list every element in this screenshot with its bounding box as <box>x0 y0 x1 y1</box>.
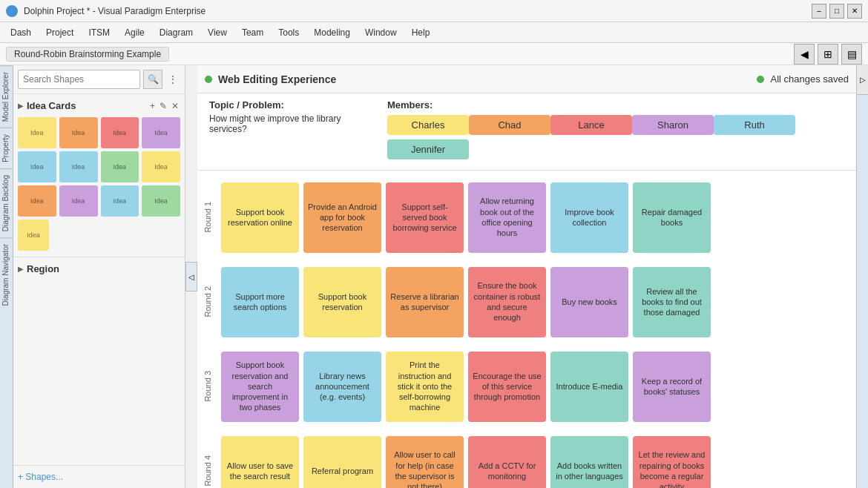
idea-card-r3-c4[interactable]: Encourage the use of this service throug… <box>468 352 546 422</box>
topic-label: Topic / Problem: <box>209 99 372 111</box>
menu-item-window[interactable]: Window <box>358 24 404 41</box>
idea-card-r1-c4[interactable]: Allow returning book out of the office o… <box>468 182 546 253</box>
card-thumb-3[interactable]: Idea <box>101 117 139 148</box>
breadcrumb-bar: Round-Robin Brainstorming Example ◀ ⊞ ▤ <box>0 43 868 65</box>
editing-status-dot <box>205 76 212 83</box>
search-button[interactable]: 🔍 <box>143 70 162 89</box>
right-tab-collapse[interactable]: ▷ <box>857 65 868 95</box>
side-tabs: Model Explorer Property Diagram Backlog … <box>0 65 13 488</box>
more-options-button[interactable]: ⋮ <box>165 70 180 89</box>
sidebar-item-diagram-backlog[interactable]: Diagram Backlog <box>0 168 13 237</box>
idea-card-r4-c1[interactable]: Allow user to save the search result <box>221 436 299 489</box>
idea-card-r1-c6[interactable]: Repair damaged books <box>633 182 711 253</box>
member-tag-sharon[interactable]: Sharon <box>632 115 714 135</box>
add-shapes-button[interactable]: + Shapes... <box>13 465 185 488</box>
panel-collapse-handle[interactable]: ◁ <box>185 262 197 291</box>
rounds-table: Round 1Support book reservation onlinePr… <box>203 177 850 488</box>
region-collapse[interactable]: ▶ <box>18 265 24 273</box>
toolbar-row: Web Editing Experience All changes saved <box>197 65 856 93</box>
member-tag-chad[interactable]: Chad <box>469 115 550 135</box>
minimize-button[interactable]: – <box>812 4 826 19</box>
grid-icon[interactable]: ⊞ <box>818 44 838 65</box>
round-row-2: Round 2Support more search optionsSuppor… <box>203 261 850 343</box>
idea-card-r1-c2[interactable]: Provide an Android app for book reservat… <box>303 182 381 253</box>
card-thumb-7[interactable]: Idea <box>101 151 139 182</box>
back-icon[interactable]: ◀ <box>794 44 815 65</box>
idea-card-r2-c6[interactable]: Review all the books to find out those d… <box>633 267 711 337</box>
menu-item-modeling[interactable]: Modeling <box>306 24 358 41</box>
idea-card-r1-c1[interactable]: Support book reservation online <box>221 182 299 253</box>
members-list: CharlesChadLanceSharonRuthJennifer <box>387 115 844 164</box>
idea-card-r4-c2[interactable]: Referral program <box>303 436 381 489</box>
panel-icon[interactable]: ▤ <box>841 44 862 65</box>
cards-row-2: Support more search optionsSupport book … <box>221 267 850 337</box>
app-logo <box>6 5 18 17</box>
idea-cards-actions: + ✎ ✕ <box>148 101 180 111</box>
shapes-panel: 🔍 ⋮ ▶ Idea Cards + ✎ ✕ Idea Idea Idea Id… <box>13 65 185 488</box>
card-thumb-5[interactable]: Idea <box>18 151 56 182</box>
card-thumb-9[interactable]: Idea <box>18 185 56 217</box>
region-header: ▶ Region <box>18 260 180 277</box>
member-tag-ruth[interactable]: Ruth <box>714 115 795 135</box>
card-thumb-6[interactable]: Idea <box>59 151 98 182</box>
idea-card-r4-c4[interactable]: Add a CCTV for monitoring <box>468 436 546 489</box>
menu-item-agile[interactable]: Agile <box>117 24 152 41</box>
idea-card-r4-c3[interactable]: Allow user to call for help (in case the… <box>386 436 464 489</box>
idea-card-r2-c4[interactable]: Ensure the book container is robust and … <box>468 267 546 337</box>
region-section: ▶ Region <box>13 257 185 280</box>
idea-card-r3-c2[interactable]: Library news announcement (e.g. events) <box>303 352 381 422</box>
card-thumb-2[interactable]: Idea <box>59 117 98 148</box>
sidebar-item-diagram-navigator[interactable]: Diagram Navigator <box>0 237 13 311</box>
sidebar-item-model-explorer[interactable]: Model Explorer <box>0 65 13 128</box>
sidebar-item-property[interactable]: Property <box>0 128 13 168</box>
idea-card-r3-c6[interactable]: Keep a record of books' statuses <box>633 352 711 422</box>
card-thumb-8[interactable]: Idea <box>142 151 180 182</box>
add-idea-card-button[interactable]: + <box>148 101 157 111</box>
idea-card-r2-c3[interactable]: Reserve a librarian as supervisor <box>386 267 464 337</box>
members-section: Members: CharlesChadLanceSharonRuthJenni… <box>387 99 844 164</box>
right-tabs: ▷ <box>856 65 868 488</box>
menu-item-project[interactable]: Project <box>39 24 81 41</box>
idea-card-r4-c6[interactable]: Let the review and repairing of books be… <box>633 436 711 489</box>
menu-item-diagram[interactable]: Diagram <box>152 24 200 41</box>
menu-item-itsm[interactable]: ITSM <box>81 24 117 41</box>
cards-row-1: Support book reservation onlineProvide a… <box>221 182 850 253</box>
idea-card-r1-c5[interactable]: Improve book collection <box>550 182 628 253</box>
card-thumb-1[interactable]: Idea <box>18 117 56 148</box>
card-thumb-13[interactable]: Idea <box>18 220 49 251</box>
card-thumb-12[interactable]: Idea <box>142 185 180 217</box>
idea-card-r4-c5[interactable]: Add books written in other languages <box>550 436 628 489</box>
menu-item-tools[interactable]: Tools <box>271 24 306 41</box>
idea-card-r3-c3[interactable]: Print the instruction and stick it onto … <box>386 352 464 422</box>
member-tag-lance[interactable]: Lance <box>550 115 632 135</box>
member-tag-jennifer[interactable]: Jennifer <box>387 139 469 159</box>
idea-card-r3-c1[interactable]: Support book reservation and search impr… <box>221 352 299 422</box>
idea-card-r2-c2[interactable]: Support book reservation <box>303 267 381 337</box>
round-label-1: Round 1 <box>203 202 218 233</box>
topic-section: Topic / Problem: How might we improve th… <box>209 99 372 134</box>
menu-item-dash[interactable]: Dash <box>3 24 39 41</box>
topic-header: Topic / Problem: How might we improve th… <box>197 93 856 171</box>
search-input[interactable] <box>18 70 140 89</box>
restore-button[interactable]: □ <box>829 4 844 19</box>
page-title: Web Editing Experience <box>218 73 336 85</box>
member-tag-charles[interactable]: Charles <box>387 115 469 135</box>
cards-row-4: Allow user to save the search resultRefe… <box>221 436 850 489</box>
card-thumb-10[interactable]: Idea <box>59 185 98 217</box>
idea-cards-collapse[interactable]: ▶ <box>18 102 24 110</box>
card-thumb-4[interactable]: Idea <box>142 117 180 148</box>
menu-item-help[interactable]: Help <box>404 24 438 41</box>
search-bar: 🔍 ⋮ <box>13 65 185 94</box>
menu-item-view[interactable]: View <box>200 24 234 41</box>
card-thumb-11[interactable]: Idea <box>101 185 139 217</box>
breadcrumb[interactable]: Round-Robin Brainstorming Example <box>6 47 169 62</box>
idea-card-r3-c5[interactable]: Introduce E-media <box>550 352 628 422</box>
idea-card-r2-c1[interactable]: Support more search options <box>221 267 299 337</box>
menu-item-team[interactable]: Team <box>234 24 271 41</box>
close-button[interactable]: ✕ <box>847 4 862 19</box>
delete-idea-card-button[interactable]: ✕ <box>170 101 180 111</box>
members-label: Members: <box>387 99 844 111</box>
edit-idea-card-button[interactable]: ✎ <box>158 101 168 111</box>
idea-card-r2-c5[interactable]: Buy new books <box>550 267 628 337</box>
idea-card-r1-c3[interactable]: Support self-served book borrowing servi… <box>386 182 464 253</box>
